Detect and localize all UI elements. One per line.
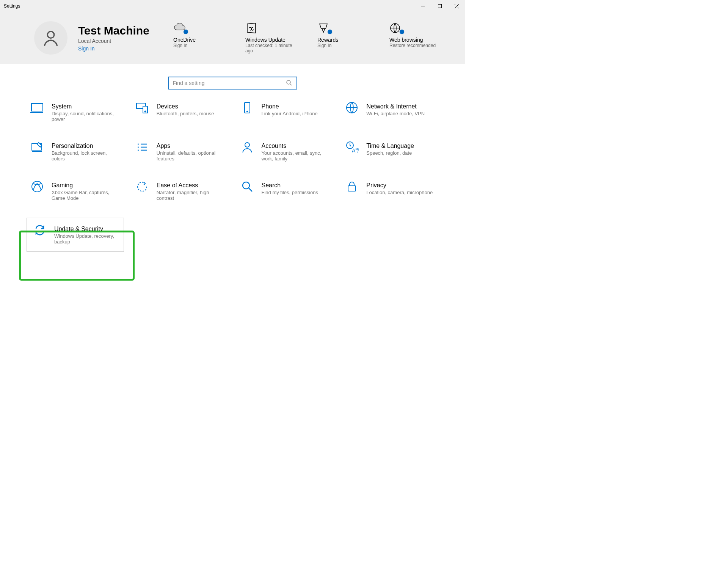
status-onedrive-title: OneDrive — [173, 37, 226, 43]
minimize-icon — [421, 4, 425, 8]
account-name: Test Machine — [78, 24, 173, 37]
window-controls — [414, 0, 465, 12]
svg-point-12 — [144, 111, 146, 112]
account-block: Test Machine Local Account Sign In — [78, 24, 173, 52]
search-category-icon — [239, 180, 256, 196]
titlebar: Settings — [0, 0, 465, 12]
svg-rect-30 — [348, 186, 356, 191]
status-items: OneDrive Sign In Windows Update Last che… — [173, 22, 442, 53]
category-title: Search — [262, 182, 318, 189]
search-box[interactable] — [168, 77, 297, 89]
category-sub: Link your Android, iPhone — [262, 111, 318, 116]
person-icon — [41, 28, 60, 47]
category-sub: Uninstall, defaults, optional features — [157, 150, 225, 162]
close-button[interactable] — [448, 0, 465, 12]
maximize-button[interactable] — [431, 0, 448, 12]
accounts-icon — [239, 140, 256, 157]
category-sub: Bluetooth, printers, mouse — [157, 111, 214, 116]
category-title: Devices — [157, 103, 214, 110]
close-icon — [455, 4, 459, 8]
maximize-icon — [438, 4, 442, 8]
status-onedrive[interactable]: OneDrive Sign In — [173, 22, 226, 53]
category-title: Phone — [262, 103, 318, 110]
category-search[interactable]: Search Find my files, permissions — [237, 178, 334, 204]
category-sub: Your accounts, email, sync, work, family — [262, 150, 330, 162]
devices-icon — [134, 101, 151, 118]
ease-of-access-icon — [134, 180, 151, 196]
category-personalization[interactable]: Personalization Background, lock screen,… — [27, 139, 124, 165]
category-update-security[interactable]: Update & Security Windows Update, recove… — [27, 218, 124, 252]
svg-line-29 — [249, 188, 252, 191]
category-sub: Windows Update, recovery, backup — [54, 233, 119, 245]
category-accounts[interactable]: Accounts Your accounts, email, sync, wor… — [237, 139, 334, 165]
status-onedrive-sub: Sign In — [173, 43, 226, 48]
category-time-language[interactable]: A字 Time & Language Speech, region, date — [341, 139, 439, 165]
svg-line-7 — [290, 84, 292, 85]
status-update-title: Windows Update — [245, 37, 298, 43]
status-rewards-title: Rewards — [317, 37, 370, 43]
category-devices[interactable]: Devices Bluetooth, printers, mouse — [132, 99, 229, 125]
svg-point-27 — [32, 181, 42, 192]
onedrive-icon — [173, 22, 188, 35]
category-network[interactable]: Network & Internet Wi-Fi, airplane mode,… — [341, 99, 439, 125]
status-browsing-sub: Restore recommended — [389, 43, 442, 48]
status-browsing-title: Web browsing — [389, 37, 442, 43]
network-icon — [344, 101, 360, 118]
category-sub: Display, sound, notifications, power — [52, 111, 120, 122]
account-signin-link[interactable]: Sign In — [78, 46, 173, 52]
status-windows-update[interactable]: Windows Update Last checked: 1 minute ag… — [245, 22, 298, 53]
search-input[interactable] — [173, 77, 286, 89]
category-sub: Find my files, permissions — [262, 190, 318, 195]
privacy-icon — [344, 180, 360, 196]
phone-icon — [239, 101, 256, 118]
svg-point-6 — [287, 80, 290, 84]
category-sub: Wi-Fi, airplane mode, VPN — [366, 111, 425, 116]
category-title: Ease of Access — [157, 182, 225, 189]
svg-text:A字: A字 — [352, 148, 359, 154]
category-title: Time & Language — [366, 143, 414, 149]
svg-point-14 — [246, 111, 247, 112]
avatar[interactable] — [34, 21, 67, 55]
category-title: Personalization — [52, 143, 120, 149]
gaming-icon — [29, 180, 46, 196]
svg-rect-1 — [438, 5, 441, 8]
search-row — [0, 64, 465, 99]
globe-icon — [389, 22, 405, 35]
window-title: Settings — [4, 3, 414, 9]
svg-point-24 — [245, 143, 249, 147]
account-type: Local Account — [78, 38, 173, 44]
update-security-icon — [31, 223, 48, 240]
status-update-sub: Last checked: 1 minute ago — [245, 43, 298, 53]
category-apps[interactable]: Apps Uninstall, defaults, optional featu… — [132, 139, 229, 165]
category-sub: Location, camera, microphone — [366, 190, 433, 195]
status-web-browsing[interactable]: Web browsing Restore recommended — [389, 22, 442, 53]
status-rewards[interactable]: Rewards Sign In — [317, 22, 370, 53]
category-ease-of-access[interactable]: Ease of Access Narrator, magnifier, high… — [132, 178, 229, 204]
svg-point-4 — [47, 31, 54, 38]
category-title: Accounts — [262, 143, 330, 149]
category-privacy[interactable]: Privacy Location, camera, microphone — [341, 178, 439, 204]
time-language-icon: A字 — [344, 140, 360, 157]
status-rewards-sub: Sign In — [317, 43, 370, 48]
category-sub: Background, lock screen, colors — [52, 150, 120, 162]
category-system[interactable]: System Display, sound, notifications, po… — [27, 99, 124, 125]
category-title: Update & Security — [54, 226, 119, 232]
category-title: System — [52, 103, 120, 110]
minimize-button[interactable] — [414, 0, 431, 12]
system-icon — [29, 101, 46, 118]
category-sub: Narrator, magnifier, high contrast — [157, 190, 225, 201]
category-title: Gaming — [52, 182, 120, 189]
category-sub: Speech, region, date — [366, 150, 414, 156]
windows-update-icon — [245, 22, 260, 35]
rewards-icon — [317, 22, 333, 35]
svg-point-28 — [243, 182, 249, 189]
category-title: Privacy — [366, 182, 433, 189]
header-band: Test Machine Local Account Sign In OneDr… — [0, 12, 465, 64]
category-phone[interactable]: Phone Link your Android, iPhone — [237, 99, 334, 125]
svg-rect-8 — [31, 104, 43, 111]
category-sub: Xbox Game Bar, captures, Game Mode — [52, 190, 120, 201]
category-title: Network & Internet — [366, 103, 425, 110]
category-gaming[interactable]: Gaming Xbox Game Bar, captures, Game Mod… — [27, 178, 124, 204]
category-title: Apps — [157, 143, 225, 149]
category-grid: System Display, sound, notifications, po… — [0, 99, 465, 252]
